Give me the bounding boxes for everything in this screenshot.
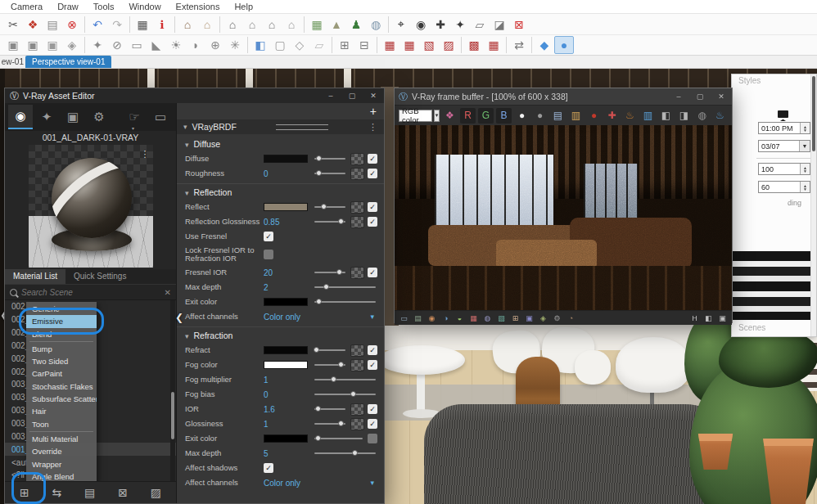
checkbox[interactable]: ✓ — [368, 360, 377, 370]
close-button[interactable]: ✕ — [711, 88, 732, 105]
texture-slot-icon[interactable] — [350, 267, 364, 279]
param-value[interactable]: 0.85 — [264, 218, 279, 227]
slider[interactable] — [314, 286, 376, 288]
position-camera-icon[interactable]: ⌖ — [391, 16, 411, 34]
stereo-button[interactable]: ◍ — [694, 108, 710, 124]
viewport-render-icon[interactable]: ◆ — [535, 36, 554, 54]
menu-item-wrapper[interactable]: Wrapper — [26, 458, 97, 470]
shadow-time-field[interactable]: 01:00 PM ▲▼ — [758, 122, 810, 134]
vfb-color-balance-icon[interactable]: ◍ — [481, 314, 494, 322]
color-swatch[interactable] — [264, 346, 308, 354]
slider-thumb[interactable] — [338, 218, 344, 224]
chevron-down-icon[interactable]: ▾ — [370, 313, 377, 321]
slider-thumb[interactable] — [350, 391, 356, 397]
shadow-dark-field[interactable]: 60 ▲▼ — [758, 181, 810, 193]
pane-collapse-chevron[interactable]: ❮ — [175, 312, 183, 323]
slider[interactable] — [314, 158, 345, 160]
param-value[interactable]: 1 — [264, 376, 269, 385]
delete-asset-button[interactable]: ⊠ — [118, 486, 128, 499]
materials-tab[interactable]: ◉ — [8, 105, 33, 129]
param-value[interactable]: Color only — [264, 313, 300, 322]
get-models-icon[interactable]: ⌂ — [178, 16, 197, 34]
checkbox[interactable]: ✓ — [368, 404, 377, 414]
menu-item-hair[interactable]: Hair — [26, 405, 97, 417]
lock-window-icon[interactable]: ▣ — [43, 36, 62, 54]
param-value[interactable]: 20 — [264, 268, 273, 277]
param-value[interactable]: 1 — [264, 420, 269, 429]
vfb-display-icon[interactable]: ▭ — [398, 314, 410, 322]
vfb-options-icon[interactable]: ▣ — [716, 314, 729, 322]
ies-light-icon[interactable]: ◣ — [147, 36, 166, 54]
slider-thumb[interactable] — [323, 284, 329, 290]
frame-buffer-title-bar[interactable]: Ⓥ V-Ray frame buffer - [100% of 600 x 33… — [395, 88, 732, 105]
slider[interactable] — [314, 438, 363, 439]
param-value[interactable]: 1.6 — [264, 405, 275, 414]
slider[interactable] — [314, 452, 376, 454]
add-layer-button[interactable]: + — [370, 106, 377, 117]
checkbox[interactable]: ✓ — [368, 154, 377, 164]
menu-item-blend[interactable]: Blend — [26, 328, 97, 340]
checkbox[interactable]: ✓ — [368, 419, 377, 429]
print-icon[interactable]: ▦ — [133, 16, 152, 34]
texture-slot-icon[interactable] — [350, 168, 364, 180]
menu-item-multi-material[interactable]: Multi Material — [26, 433, 97, 445]
ocean-icon[interactable]: ◍ — [366, 16, 386, 34]
pan-icon[interactable]: ✦ — [450, 16, 470, 34]
compare-horizontal-button[interactable]: ◧ — [658, 108, 674, 124]
view-front-icon[interactable]: ⌂ — [262, 16, 282, 34]
vfb-levels-icon[interactable]: ▧ — [495, 314, 508, 322]
save-image-button[interactable]: ▤ — [550, 108, 566, 124]
settings-tab[interactable]: ⚙ — [87, 105, 111, 129]
checkbox[interactable]: ✓ — [264, 463, 273, 473]
menu-item-override[interactable]: Override — [26, 445, 97, 457]
blue-channel-button[interactable]: B — [496, 108, 512, 124]
fur-icon[interactable]: ◇ — [290, 36, 309, 54]
green-channel-button[interactable]: G — [478, 108, 494, 124]
lights-tab[interactable]: ✦ — [34, 105, 59, 129]
section-fill-icon[interactable]: ◪ — [490, 16, 509, 34]
param-value[interactable]: 0 — [264, 390, 269, 399]
scene-tab-previous[interactable]: ew-01 — [0, 56, 25, 67]
section-plane-icon[interactable]: ▱ — [470, 16, 490, 34]
vfb-white-balance-icon[interactable]: ◒ — [454, 314, 466, 322]
tray-scrollbar-thumb[interactable] — [812, 76, 815, 151]
texture-slot-icon[interactable] — [350, 403, 364, 416]
walk-icon[interactable]: ✚ — [431, 16, 450, 34]
collapse-caret-icon[interactable]: ▾ — [183, 123, 187, 131]
render-last-button[interactable]: ♨ — [622, 108, 638, 124]
sun-light-icon[interactable]: ☀ — [166, 36, 186, 54]
vfb-hue-icon[interactable]: ▦ — [467, 314, 480, 322]
texture-slot-icon[interactable] — [350, 359, 364, 371]
slider-thumb[interactable] — [338, 421, 344, 426]
param-value[interactable]: 5 — [264, 449, 269, 458]
photo-textures-icon[interactable]: ♟ — [346, 16, 366, 34]
swap-scene-icon[interactable]: ⇄ — [509, 36, 529, 54]
omni-light-icon[interactable]: ⊘ — [107, 36, 127, 54]
display-correction-button[interactable]: ▥ — [640, 108, 656, 124]
overlay-window2-icon[interactable]: ▣ — [23, 36, 43, 54]
view-iso-icon[interactable]: ⌂ — [223, 16, 242, 34]
param-value[interactable]: 0 — [264, 169, 269, 178]
redo-icon[interactable]: ↷ — [107, 16, 127, 34]
rgb-channels-icon[interactable]: ❖ — [442, 108, 458, 124]
slider[interactable] — [314, 423, 345, 425]
copy-icon[interactable]: ❖ — [23, 16, 43, 34]
dark-spinner[interactable]: ▲▼ — [800, 182, 810, 192]
channel-dropdown-arrow[interactable]: ▾ — [434, 110, 440, 122]
menu-item-stochastic-flakes[interactable]: Stochastic Flakes — [26, 380, 97, 393]
menu-item-generic[interactable]: Generic — [26, 303, 97, 315]
slider-thumb[interactable] — [316, 170, 322, 176]
minimize-button[interactable]: – — [668, 88, 689, 105]
vfb-stamp-icon[interactable]: ◔ — [565, 314, 577, 322]
slider[interactable] — [314, 206, 345, 208]
checkbox[interactable]: ✓ — [368, 345, 377, 355]
color-swatch[interactable] — [264, 361, 308, 369]
overlay-window-icon[interactable]: ▣ — [3, 36, 23, 54]
section-title[interactable]: ▾Refraction — [177, 328, 384, 343]
material-list-scrollbar[interactable] — [170, 300, 175, 481]
search-input[interactable]: Search Scene — [21, 288, 73, 297]
checkbox[interactable] — [264, 250, 273, 259]
color-swatch[interactable] — [264, 298, 308, 306]
batch-render-icon[interactable]: ▩ — [464, 36, 484, 54]
interactive-render-icon[interactable]: ● — [554, 36, 574, 54]
